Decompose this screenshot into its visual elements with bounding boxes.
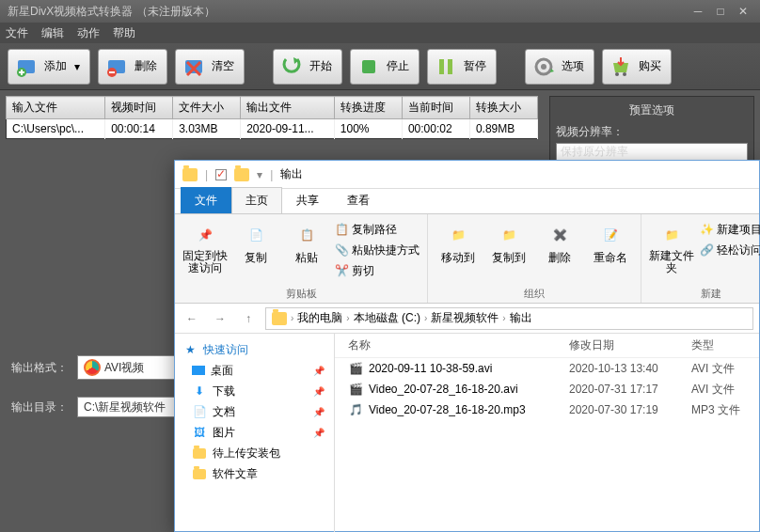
new-group-label: 新建 bbox=[649, 285, 760, 301]
tab-home[interactable]: 主页 bbox=[231, 187, 282, 213]
sidebar-documents[interactable]: 📄文档📌 bbox=[179, 401, 330, 422]
output-dir-label: 输出目录： bbox=[11, 399, 77, 415]
video-res-label: 视频分辨率： bbox=[556, 124, 748, 140]
output-format-select[interactable]: AVI视频 bbox=[77, 355, 190, 380]
menu-action[interactable]: 动作 bbox=[77, 25, 100, 41]
th-output[interactable]: 输出文件 bbox=[241, 97, 335, 119]
rename-button[interactable]: 📝重命名 bbox=[588, 218, 633, 266]
sidebar-pending[interactable]: 待上传安装包 bbox=[179, 443, 330, 463]
sidebar-articles[interactable]: 软件文章 bbox=[179, 463, 330, 484]
th-convsize[interactable]: 转换大小 bbox=[469, 97, 537, 119]
menu-edit[interactable]: 编辑 bbox=[41, 25, 64, 41]
pin-icon: 📌 bbox=[313, 407, 325, 417]
add-button[interactable]: 添加▾ bbox=[8, 49, 90, 85]
file-list: 名称 修改日期 类型 🎬2020-09-11 10-38-59.avi2020-… bbox=[335, 334, 759, 532]
pin-icon: 📌 bbox=[313, 428, 325, 438]
newfolder-button[interactable]: 📁新建文件夹 bbox=[649, 218, 694, 274]
sidebar-quick-access[interactable]: ★快速访问 bbox=[179, 339, 330, 360]
th-input[interactable]: 输入文件 bbox=[7, 97, 105, 119]
folder-icon bbox=[193, 448, 206, 459]
pause-button[interactable]: 暂停 bbox=[427, 49, 497, 85]
folder-icon bbox=[182, 168, 198, 181]
folder-icon bbox=[234, 168, 249, 181]
paste-shortcut-button[interactable]: 📎粘贴快捷方式 bbox=[335, 241, 420, 259]
explorer-titlebar: | ✓ ▾ | 输出 bbox=[175, 161, 759, 189]
menu-file[interactable]: 文件 bbox=[6, 25, 28, 41]
toolbar: 添加▾ 删除 清空 开始 停止 暂停 选项 购买 bbox=[0, 43, 760, 90]
clear-button[interactable]: 清空 bbox=[175, 49, 245, 85]
pin-button[interactable]: 📌固定到快速访问 bbox=[182, 218, 228, 274]
explorer-window: | ✓ ▾ | 输出 文件 主页 共享 查看 📌固定到快速访问 📄复制 📋粘贴 … bbox=[174, 160, 760, 532]
col-type[interactable]: 类型 bbox=[691, 337, 714, 353]
th-duration[interactable]: 视频时间 bbox=[105, 97, 173, 119]
output-format-label: 输出格式： bbox=[11, 360, 77, 376]
explorer-title: 输出 bbox=[280, 166, 303, 182]
ribbon-tabs: 文件 主页 共享 查看 bbox=[175, 189, 759, 213]
sidebar-desktop[interactable]: 桌面📌 bbox=[179, 360, 330, 381]
th-curtime[interactable]: 当前时间 bbox=[402, 97, 469, 119]
tab-file[interactable]: 文件 bbox=[181, 187, 231, 213]
forward-button[interactable]: → bbox=[209, 307, 231, 330]
star-icon: ★ bbox=[182, 343, 198, 356]
copy-button[interactable]: 📄复制 bbox=[233, 218, 278, 266]
minimize-button[interactable]: ─ bbox=[689, 4, 707, 19]
th-size[interactable]: 文件大小 bbox=[173, 97, 241, 119]
output-dir-input[interactable]: C:\新星视频软件 bbox=[77, 397, 190, 417]
file-list-header: 名称 修改日期 类型 bbox=[335, 334, 759, 358]
back-button[interactable]: ← bbox=[181, 307, 203, 330]
stop-button[interactable]: 停止 bbox=[350, 49, 420, 85]
col-date[interactable]: 修改日期 bbox=[569, 337, 691, 353]
maximize-button[interactable]: □ bbox=[711, 4, 730, 19]
conversion-table: 输入文件 视频时间 文件大小 输出文件 转换进度 当前时间 转换大小 C:\Us… bbox=[6, 96, 538, 139]
menu-help[interactable]: 帮助 bbox=[113, 25, 135, 41]
download-icon: ⬇ bbox=[192, 384, 207, 398]
svg-rect-7 bbox=[448, 59, 452, 74]
organize-group-label: 组织 bbox=[435, 285, 633, 301]
checkbox-icon[interactable]: ✓ bbox=[215, 169, 227, 180]
menubar: 文件 编辑 动作 帮助 bbox=[0, 23, 760, 43]
ribbon: 📌固定到快速访问 📄复制 📋粘贴 📋复制路径 📎粘贴快捷方式 ✂️剪切 剪贴板 … bbox=[175, 213, 759, 304]
tab-view[interactable]: 查看 bbox=[333, 187, 384, 213]
clipboard-group-label: 剪贴板 bbox=[182, 285, 420, 301]
video-icon: 🎬 bbox=[348, 382, 363, 397]
newitem-button[interactable]: ✨新建项目▾ bbox=[700, 220, 760, 239]
file-row[interactable]: 🎬Video_20-07-28_16-18-20.avi2020-07-31 1… bbox=[335, 379, 759, 399]
svg-point-9 bbox=[541, 64, 546, 70]
copyto-button[interactable]: 📁复制到 bbox=[486, 218, 531, 266]
document-icon: 📄 bbox=[192, 405, 207, 418]
buy-button[interactable]: 购买 bbox=[602, 49, 672, 85]
pin-icon: 📌 bbox=[313, 386, 325, 397]
th-progress[interactable]: 转换进度 bbox=[334, 97, 402, 119]
video-icon: 🎬 bbox=[348, 361, 363, 376]
col-name[interactable]: 名称 bbox=[348, 337, 569, 353]
format-icon bbox=[84, 359, 101, 376]
tab-share[interactable]: 共享 bbox=[282, 187, 333, 213]
options-button[interactable]: 选项 bbox=[525, 49, 594, 85]
video-res-select[interactable]: 保持原分辨率 bbox=[556, 143, 748, 162]
table-row[interactable]: C:\Users\pc\... 00:00:14 3.03MB 2020-09-… bbox=[7, 119, 538, 139]
folder-icon bbox=[193, 469, 206, 479]
cut-button[interactable]: ✂️剪切 bbox=[335, 261, 420, 280]
up-button[interactable]: ↑ bbox=[237, 307, 260, 330]
audio-icon: 🎵 bbox=[348, 402, 363, 417]
file-row[interactable]: 🎬2020-09-11 10-38-59.avi2020-10-13 13:40… bbox=[335, 358, 759, 379]
copy-path-button[interactable]: 📋复制路径 bbox=[335, 220, 420, 239]
explorer-sidebar: ★快速访问 桌面📌 ⬇下载📌 📄文档📌 🖼图片📌 待上传安装包 软件文章 bbox=[175, 334, 335, 532]
svg-rect-5 bbox=[362, 60, 375, 73]
sidebar-downloads[interactable]: ⬇下载📌 bbox=[179, 381, 330, 401]
preset-panel: 预置选项 视频分辨率： 保持原分辨率 bbox=[549, 96, 754, 168]
start-button[interactable]: 开始 bbox=[273, 49, 342, 85]
paste-button[interactable]: 📋粘贴 bbox=[284, 218, 329, 266]
delete-button[interactable]: 删除 bbox=[98, 49, 167, 85]
close-button[interactable]: ✕ bbox=[734, 4, 752, 19]
app-title: 新星DivX视频格式转换器 （未注册版本） bbox=[8, 4, 215, 20]
sidebar-pictures[interactable]: 🖼图片📌 bbox=[179, 422, 330, 443]
breadcrumb[interactable]: › 我的电脑› 本地磁盘 (C:)› 新星视频软件› 输出 bbox=[265, 307, 753, 330]
moveto-button[interactable]: 📁移动到 bbox=[435, 218, 481, 266]
svg-rect-6 bbox=[439, 59, 444, 74]
easyaccess-button[interactable]: 🔗轻松访问▾ bbox=[700, 241, 760, 259]
address-bar: ← → ↑ › 我的电脑› 本地磁盘 (C:)› 新星视频软件› 输出 bbox=[175, 304, 759, 334]
file-row[interactable]: 🎵Video_20-07-28_16-18-20.mp32020-07-30 1… bbox=[335, 399, 759, 420]
preset-title: 预置选项 bbox=[556, 102, 748, 118]
delete-exp-button[interactable]: ✖️删除 bbox=[537, 218, 582, 266]
